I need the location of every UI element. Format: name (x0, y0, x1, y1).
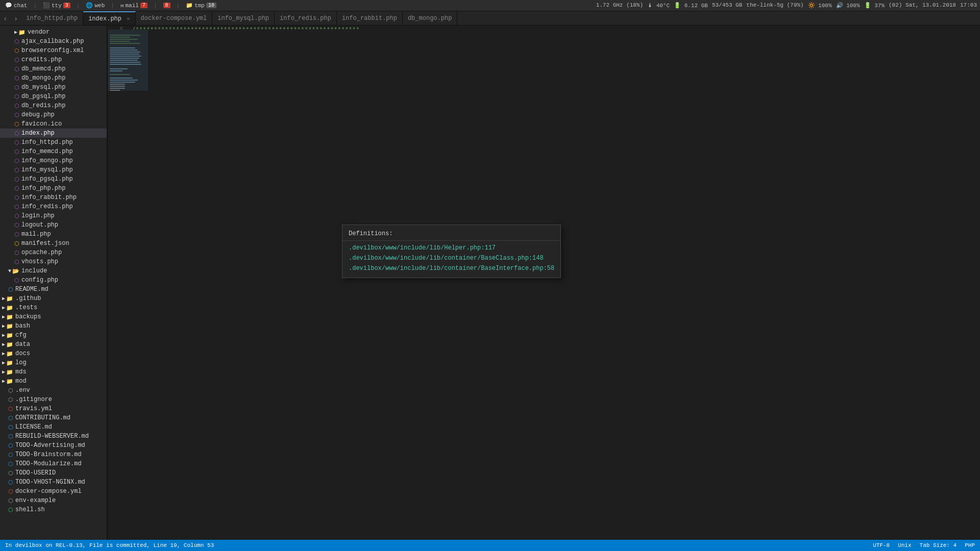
main: ▶ 📁 vendor ⬡ ajax_callback.php ⬡ browser… (0, 26, 980, 540)
line-numbers: 56789 1011121314 1516171819 2021222324 2… (107, 26, 128, 30)
sidebar-item-info-memcd[interactable]: ⬡ info_memcd.php (0, 147, 107, 156)
statusbar-right: UTF-8 Unix Tab Size: 4 PHP (873, 542, 975, 548)
folder-open-icon: 📂 (12, 268, 19, 274)
editor-area[interactable]: 56789 1011121314 1516171819 2021222324 2… (107, 26, 980, 540)
topbar-chat[interactable]: 💬 chat (3, 2, 29, 9)
yml-icon: ⬡ (8, 488, 13, 495)
sidebar-item-manifest[interactable]: ⬡ manifest.json (0, 239, 107, 248)
sidebar-item-include-folder[interactable]: ▼ 📂 include (0, 266, 107, 276)
code-editor[interactable]: /***************************************… (128, 26, 980, 30)
php-icon: ⬡ (14, 231, 19, 238)
sidebar-item-docs[interactable]: ▶ 📁 docs (0, 349, 107, 358)
sidebar-item-license[interactable]: ⬡ LICENSE.md (0, 422, 107, 432)
tab-info-mysql[interactable]: info_mysql.php (212, 11, 275, 25)
sidebar-item-db-mongo[interactable]: ⬡ db_mongo.php (0, 73, 107, 83)
folder-icon: 📁 (6, 378, 13, 385)
php-icon: ⬡ (14, 139, 19, 146)
sidebar-item-info-rabbit[interactable]: ⬡ info_rabbit.php (0, 193, 107, 202)
md-icon: ⬡ (8, 452, 13, 458)
sidebar-item-login[interactable]: ⬡ login.php (0, 211, 107, 220)
sidebar-item-mail[interactable]: ⬡ mail.php (0, 230, 107, 239)
sidebar-item-favicon[interactable]: ⬡ favicon.ico (0, 119, 107, 129)
sidebar-item-credits[interactable]: ⬡ credits.php (0, 55, 107, 64)
sidebar-item-config[interactable]: ⬡ config.php (0, 276, 107, 285)
sidebar-item-db-memcd[interactable]: ⬡ db_memcd.php (0, 64, 107, 73)
statusbar-os[interactable]: Unix (898, 542, 911, 548)
sidebar-item-readme[interactable]: ⬡ README.md (0, 285, 107, 294)
sidebar-item-env-example[interactable]: ⬡ env-example (0, 496, 107, 505)
sidebar-item-shell[interactable]: ⬡ shell.sh (0, 505, 107, 514)
sidebar-item-info-mysql[interactable]: ⬡ info_mysql.php (0, 165, 107, 174)
topbar-mail[interactable]: ✉ mail 7 (118, 2, 150, 9)
php-icon: ⬡ (14, 66, 19, 72)
sidebar-item-tests[interactable]: ▶ 📁 .tests (0, 303, 107, 312)
topbar-clock: 17:03 (960, 2, 977, 9)
tab-info-redis[interactable]: info_redis.php (275, 11, 337, 25)
topbar-8[interactable]: 8 (161, 3, 173, 8)
sidebar-item-ajax[interactable]: ⬡ ajax_callback.php (0, 37, 107, 46)
sidebar-item-rebuild[interactable]: ⬡ REBUILD-WEBSERVER.md (0, 432, 107, 441)
sidebar-item-vendor[interactable]: ▶ 📁 vendor (0, 28, 107, 37)
sidebar-item-mds[interactable]: ▶ 📁 mds (0, 367, 107, 377)
sidebar-item-vhosts[interactable]: ⬡ vhosts.php (0, 257, 107, 266)
sidebar-item-logout[interactable]: ⬡ logout.php (0, 220, 107, 230)
sidebar-item-log[interactable]: ▶ 📁 log (0, 358, 107, 367)
sidebar-item-debug[interactable]: ⬡ debug.php (0, 110, 107, 119)
sidebar-item-todo-vhost[interactable]: ⬡ TODO-VHOST-NGINX.md (0, 478, 107, 487)
tab-nav-back[interactable]: ‹ (0, 11, 11, 25)
tab-label: info_httpd.php (26, 15, 78, 22)
topbar-tty[interactable]: ⬛ tty 3 (41, 2, 72, 9)
tab-label: db_mongo.php (408, 15, 452, 22)
sidebar-item-todo-mod[interactable]: ⬡ TODO-Modularize.md (0, 459, 107, 468)
sidebar-item-db-pgsql[interactable]: ⬡ db_pgsql.php (0, 92, 107, 101)
sidebar-item-db-redis[interactable]: ⬡ db_redis.php (0, 101, 107, 110)
sidebar: ▶ 📁 vendor ⬡ ajax_callback.php ⬡ browser… (0, 26, 107, 540)
statusbar-tabsize[interactable]: Tab Size: 4 (920, 542, 957, 548)
sidebar-item-todo-brain[interactable]: ⬡ TODO-Brainstorm.md (0, 450, 107, 459)
chevron-right-icon: ▶ (2, 323, 5, 329)
sidebar-item-browserconfig[interactable]: ⬡ browserconfig.xml (0, 46, 107, 55)
txt-icon: ⬡ (8, 396, 13, 403)
sidebar-item-db-mysql[interactable]: ⬡ db_mysql.php (0, 83, 107, 92)
sidebar-item-env[interactable]: ⬡ .env (0, 386, 107, 395)
sidebar-item-contributing[interactable]: ⬡ CONTRIBUTING.md (0, 413, 107, 422)
sidebar-item-opcache[interactable]: ⬡ opcache.php (0, 248, 107, 257)
tab-nav-forward[interactable]: › (11, 11, 21, 25)
sidebar-item-index[interactable]: ⬡ index.php (0, 129, 107, 138)
tab-db-mongo[interactable]: db_mongo.php (403, 11, 457, 25)
sidebar-item-travis[interactable]: ⬡ travis.yml (0, 404, 107, 413)
tab-docker-compose[interactable]: docker-compose.yml (136, 11, 213, 25)
sidebar-item-data[interactable]: ▶ 📁 data (0, 340, 107, 349)
sidebar-item-backups[interactable]: ▶ 📁 backups (0, 312, 107, 321)
folder-icon: 📁 (6, 341, 13, 348)
sidebar-item-gitignore[interactable]: ⬡ .gitignore (0, 395, 107, 404)
sidebar-item-mod[interactable]: ▶ 📁 mod (0, 377, 107, 386)
topbar-brightness: 🔆 100% (808, 2, 832, 9)
folder-icon: 📁 (6, 314, 13, 320)
md-icon: ⬡ (8, 479, 13, 486)
code-container[interactable]: 56789 1011121314 1516171819 2021222324 2… (107, 26, 980, 30)
tab-info-httpd[interactable]: info_httpd.php (21, 11, 83, 25)
statusbar-lang[interactable]: PHP (965, 542, 975, 548)
sidebar-item-info-mongo[interactable]: ⬡ info_mongo.php (0, 156, 107, 165)
sidebar-item-todo-userid[interactable]: ⬡ TODO-USERID (0, 468, 107, 478)
sidebar-item-docker-compose[interactable]: ⬡ docker-compose.yml (0, 487, 107, 496)
sidebar-item-info-pgsql[interactable]: ⬡ info_pgsql.php (0, 174, 107, 184)
svg-rect-25 (108, 30, 148, 91)
tab-index-php[interactable]: index.php ✕ (83, 11, 135, 25)
topbar-web[interactable]: 🌐 web (84, 2, 107, 9)
topbar-tmp[interactable]: 📁 tmp 10 (184, 2, 218, 9)
sidebar-item-github[interactable]: ▶ 📁 .github (0, 294, 107, 303)
sidebar-item-info-httpd[interactable]: ⬡ info_httpd.php (0, 138, 107, 147)
sidebar-item-todo-adv[interactable]: ⬡ TODO-Advertising.md (0, 441, 107, 450)
php-icon: ⬡ (14, 112, 19, 118)
tab-info-rabbit[interactable]: info_rabbit.php (337, 11, 403, 25)
topbar-temp: 🌡 40°C (647, 2, 670, 9)
statusbar-encoding[interactable]: UTF-8 (873, 542, 890, 548)
tab-close-icon[interactable]: ✕ (127, 15, 130, 22)
sidebar-item-cfg[interactable]: ▶ 📁 cfg (0, 331, 107, 340)
sidebar-item-info-redis[interactable]: ⬡ info_redis.php (0, 202, 107, 211)
topbar-disk: 53/453 GB (712, 2, 742, 9)
sidebar-item-bash[interactable]: ▶ 📁 bash (0, 321, 107, 331)
sidebar-item-info-php[interactable]: ⬡ info_php.php (0, 184, 107, 193)
